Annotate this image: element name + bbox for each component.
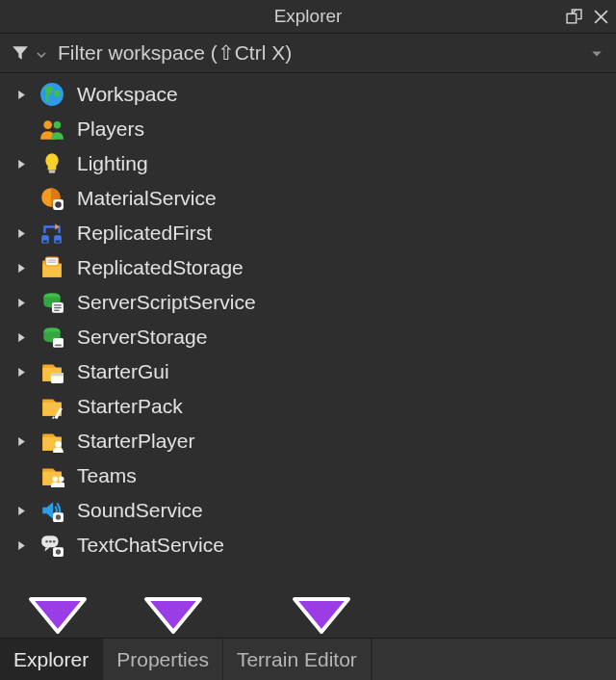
sound-icon bbox=[38, 497, 65, 524]
tree-item-label: ServerStorage bbox=[75, 326, 207, 349]
expand-icon[interactable] bbox=[13, 87, 29, 102]
expand-icon[interactable] bbox=[13, 225, 29, 241]
svg-point-36 bbox=[45, 540, 48, 543]
tabs-filler bbox=[372, 639, 616, 680]
server-script-icon bbox=[38, 289, 65, 316]
tree-item-label: ReplicatedFirst bbox=[75, 222, 212, 245]
players-icon bbox=[38, 116, 65, 143]
globe-icon bbox=[38, 81, 65, 108]
expand-icon[interactable] bbox=[13, 295, 29, 310]
expand-icon[interactable] bbox=[13, 537, 29, 553]
svg-point-5 bbox=[54, 121, 62, 129]
window-title: Explorer bbox=[0, 6, 616, 27]
svg-rect-19 bbox=[54, 304, 62, 305]
expand-icon[interactable] bbox=[13, 329, 29, 345]
svg-rect-17 bbox=[48, 262, 57, 263]
expand-icon[interactable] bbox=[13, 364, 29, 379]
teams-icon bbox=[38, 462, 65, 489]
tab-terrain-editor[interactable]: Terrain Editor bbox=[223, 639, 372, 680]
panel-tabs: ExplorerPropertiesTerrain Editor bbox=[0, 638, 616, 680]
svg-point-4 bbox=[43, 120, 52, 129]
filter-icon[interactable] bbox=[10, 44, 31, 62]
tree-item-label: StarterPack bbox=[75, 395, 183, 418]
svg-point-34 bbox=[56, 514, 61, 519]
panel-menu-icon[interactable] bbox=[591, 41, 608, 65]
starter-gui-icon bbox=[38, 358, 65, 385]
tree-item-startergui[interactable]: StarterGui bbox=[0, 354, 616, 389]
svg-point-37 bbox=[49, 540, 52, 543]
svg-rect-6 bbox=[49, 170, 56, 173]
tree-item-players[interactable]: Players bbox=[0, 112, 616, 146]
expand-icon[interactable] bbox=[13, 503, 29, 518]
window-buttons bbox=[564, 0, 610, 33]
svg-point-32 bbox=[59, 477, 64, 482]
svg-point-40 bbox=[56, 549, 61, 554]
tree-item-teams[interactable]: Teams bbox=[0, 458, 616, 493]
server-storage-icon bbox=[38, 324, 65, 351]
expand-icon[interactable] bbox=[13, 260, 29, 275]
explorer-tree: WorkspacePlayersLightingMaterialServiceR… bbox=[0, 73, 616, 584]
tree-item-starterpack[interactable]: StarterPack bbox=[0, 389, 616, 424]
close-icon[interactable] bbox=[591, 7, 610, 26]
tree-item-materialservice[interactable]: MaterialService bbox=[0, 181, 616, 216]
tree-item-label: MaterialService bbox=[75, 187, 217, 210]
tree-item-label: Players bbox=[75, 118, 144, 141]
tree-item-replicatedfirst[interactable]: ReplicatedFirst bbox=[0, 216, 616, 250]
tab-properties[interactable]: Properties bbox=[103, 639, 223, 680]
tree-item-label: ReplicatedStorage bbox=[75, 256, 244, 279]
tab-explorer[interactable]: Explorer bbox=[0, 639, 103, 680]
tree-item-textchatservice[interactable]: TextChatService bbox=[0, 528, 616, 562]
tree-item-label: TextChatService bbox=[75, 534, 224, 557]
tree-item-serverstorage[interactable]: ServerStorage bbox=[0, 320, 616, 354]
tree-item-label: StarterGui bbox=[75, 360, 169, 383]
expand-icon[interactable] bbox=[13, 433, 29, 449]
lightbulb-icon bbox=[38, 150, 65, 177]
tree-item-label: Teams bbox=[75, 464, 137, 487]
filter-input[interactable]: Filter workspace (⇧Ctrl X) bbox=[56, 41, 585, 65]
tree-item-label: ServerScriptService bbox=[75, 291, 256, 314]
tree-item-lighting[interactable]: Lighting bbox=[0, 146, 616, 181]
replicated-first-icon bbox=[38, 220, 65, 247]
text-chat-icon bbox=[38, 532, 65, 559]
expand-icon[interactable] bbox=[13, 156, 29, 171]
tree-item-starterplayer[interactable]: StarterPlayer bbox=[0, 424, 616, 458]
titlebar: Explorer bbox=[0, 0, 616, 33]
tree-item-soundservice[interactable]: SoundService bbox=[0, 493, 616, 528]
tutorial-arrow-icon bbox=[142, 595, 204, 636]
starter-player-icon bbox=[38, 428, 65, 455]
tutorial-arrow-icon bbox=[27, 595, 89, 636]
tree-item-label: SoundService bbox=[75, 499, 203, 522]
material-icon bbox=[38, 185, 65, 212]
tree-item-replicatedstorage[interactable]: ReplicatedStorage bbox=[0, 250, 616, 285]
filter-dropdown-icon[interactable] bbox=[37, 41, 50, 65]
starter-pack-icon bbox=[38, 393, 65, 420]
svg-point-38 bbox=[53, 540, 56, 543]
replicated-storage-icon bbox=[38, 254, 65, 281]
svg-rect-21 bbox=[54, 310, 59, 311]
tutorial-arrows bbox=[0, 584, 616, 638]
svg-rect-0 bbox=[567, 13, 577, 23]
tree-item-label: StarterPlayer bbox=[75, 430, 195, 453]
svg-rect-23 bbox=[55, 345, 62, 347]
svg-rect-12 bbox=[43, 241, 47, 243]
svg-rect-13 bbox=[56, 241, 60, 243]
svg-rect-26 bbox=[51, 373, 64, 376]
svg-rect-20 bbox=[54, 307, 62, 308]
svg-point-29 bbox=[55, 441, 62, 448]
svg-rect-22 bbox=[53, 338, 64, 348]
tree-item-label: Workspace bbox=[75, 83, 178, 106]
tutorial-arrow-icon bbox=[291, 595, 352, 636]
undock-icon[interactable] bbox=[564, 7, 583, 26]
svg-point-9 bbox=[55, 201, 62, 208]
svg-point-31 bbox=[53, 477, 58, 482]
tree-item-serverscriptservice[interactable]: ServerScriptService bbox=[0, 285, 616, 320]
svg-rect-16 bbox=[48, 259, 57, 260]
tree-item-label: Lighting bbox=[75, 152, 148, 175]
tree-item-workspace[interactable]: Workspace bbox=[0, 77, 616, 112]
filter-bar: Filter workspace (⇧Ctrl X) bbox=[0, 34, 616, 72]
